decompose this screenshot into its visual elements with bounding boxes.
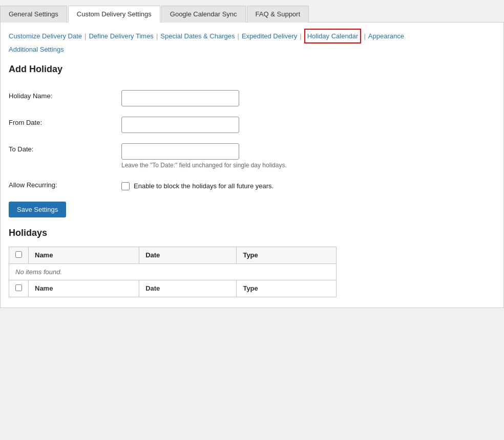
main-tabs: General Settings Custom Delivery Setting… — [0, 5, 504, 23]
no-items-row: No items found. — [9, 263, 337, 280]
sub-nav-expedited-delivery[interactable]: Expedited Delivery — [242, 30, 297, 42]
save-settings-button[interactable]: Save Settings — [9, 202, 66, 217]
from-date-row: From Date: — [9, 112, 495, 138]
sub-nav-additional-settings[interactable]: Additional Settings — [9, 46, 64, 53]
holiday-name-field-cell — [121, 85, 495, 112]
sub-nav-appearance[interactable]: Appearance — [368, 30, 404, 42]
footer-checkbox-col — [9, 280, 29, 297]
sub-nav-define-delivery-times[interactable]: Define Delivery Times — [89, 30, 153, 42]
tab-general-settings[interactable]: General Settings — [0, 6, 67, 23]
to-date-hint: Leave the "To Date:" field unchanged for… — [121, 162, 495, 169]
to-date-input[interactable] — [121, 143, 239, 160]
footer-type-col: Type — [237, 280, 337, 297]
no-items-message: No items found. — [9, 263, 337, 280]
holidays-table-body: No items found. — [9, 263, 337, 280]
add-holiday-form: Holiday Name: From Date: To Date: — [9, 85, 495, 195]
from-date-input[interactable] — [121, 117, 239, 133]
holidays-table: Name Date Type No items found. Name Date — [9, 247, 337, 297]
header-name-col: Name — [29, 247, 139, 263]
sub-nav-special-dates-charges[interactable]: Special Dates & Charges — [160, 30, 235, 42]
holiday-name-label: Holiday Name: — [9, 85, 121, 112]
page-wrapper: General Settings Custom Delivery Setting… — [0, 0, 504, 313]
sep-3: | — [238, 30, 239, 42]
footer-date-col: Date — [139, 280, 237, 297]
sep-2: | — [156, 30, 158, 42]
tab-google-calendar-sync[interactable]: Google Calendar Sync — [161, 6, 246, 23]
header-checkbox-col — [9, 247, 29, 263]
sub-nav-holiday-calendar[interactable]: Holiday Calendar — [304, 29, 362, 43]
sep-4: | — [300, 30, 301, 42]
header-date-col: Date — [139, 247, 237, 263]
allow-recurring-checkbox-label: Enable to block the holidays for all fut… — [134, 182, 274, 190]
holiday-name-input[interactable] — [121, 90, 239, 106]
sub-nav-customize-delivery-date[interactable]: Customize Delivery Date — [9, 30, 82, 42]
holiday-name-row: Holiday Name: — [9, 85, 495, 112]
holidays-table-header-row: Name Date Type — [9, 247, 337, 263]
select-all-footer-checkbox[interactable] — [15, 284, 22, 291]
select-all-checkbox[interactable] — [15, 251, 22, 258]
sub-nav: Customize Delivery Date | Define Deliver… — [9, 29, 495, 56]
to-date-label: To Date: — [9, 138, 121, 174]
tab-custom-delivery-settings[interactable]: Custom Delivery Settings — [68, 6, 160, 23]
from-date-field-cell — [121, 112, 495, 138]
content-area: Customize Delivery Date | Define Deliver… — [0, 23, 504, 308]
add-holiday-heading: Add Holiday — [9, 64, 495, 75]
holidays-table-head: Name Date Type — [9, 247, 337, 263]
tab-faq-support[interactable]: FAQ & Support — [247, 6, 309, 23]
allow-recurring-checkbox[interactable] — [121, 182, 130, 190]
sep-1: | — [85, 30, 86, 42]
holidays-heading: Holidays — [9, 228, 495, 238]
from-date-label: From Date: — [9, 112, 121, 138]
allow-recurring-cell: Enable to block the holidays for all fut… — [121, 174, 495, 195]
sub-nav-row2: Additional Settings — [9, 43, 495, 55]
sep-5: | — [364, 30, 365, 42]
holidays-table-foot: Name Date Type — [9, 280, 337, 297]
allow-recurring-checkbox-row: Enable to block the holidays for all fut… — [121, 179, 495, 190]
to-date-field-cell: Leave the "To Date:" field unchanged for… — [121, 138, 495, 174]
holidays-table-footer-row: Name Date Type — [9, 280, 337, 297]
to-date-row: To Date: Leave the "To Date:" field unch… — [9, 138, 495, 174]
footer-name-col: Name — [29, 280, 139, 297]
allow-recurring-label: Allow Recurring: — [9, 174, 121, 195]
allow-recurring-row: Allow Recurring: Enable to block the hol… — [9, 174, 495, 195]
header-type-col: Type — [237, 247, 337, 263]
